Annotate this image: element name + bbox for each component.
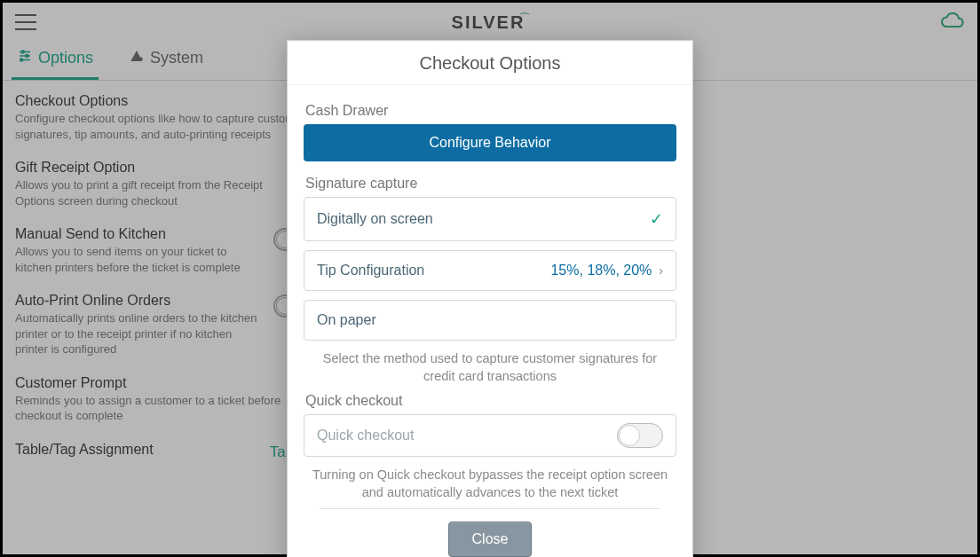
option-label: Digitally on screen [317, 211, 433, 227]
option-tip-configuration[interactable]: Tip Configuration 15%, 18%, 20% › [304, 250, 676, 291]
close-button[interactable]: Close [448, 522, 533, 557]
chevron-right-icon: › [659, 263, 663, 278]
option-label: On paper [317, 312, 376, 328]
quick-checkout-toggle[interactable] [617, 423, 663, 448]
check-icon: ✓ [650, 209, 663, 229]
quick-checkout-row-label: Quick checkout [317, 428, 414, 443]
quick-checkout-row: Quick checkout [304, 414, 676, 457]
tip-values: 15%, 18%, 20% [550, 263, 652, 278]
option-label: Tip Configuration [317, 263, 424, 278]
quick-checkout-help-text: Turning on Quick checkout bypasses the r… [307, 466, 673, 502]
configure-behavior-button[interactable]: Configure Behavior [304, 124, 676, 161]
modal-title: Checkout Options [288, 41, 692, 85]
checkout-options-modal: Checkout Options Cash Drawer Configure B… [287, 40, 693, 557]
option-digitally-on-screen[interactable]: Digitally on screen ✓ [304, 197, 676, 241]
option-on-paper[interactable]: On paper [304, 300, 676, 341]
quick-checkout-label: Quick checkout [305, 393, 676, 409]
signature-capture-label: Signature capture [305, 176, 676, 192]
cash-drawer-label: Cash Drawer [305, 103, 676, 119]
signature-help-text: Select the method used to capture custom… [307, 349, 673, 386]
